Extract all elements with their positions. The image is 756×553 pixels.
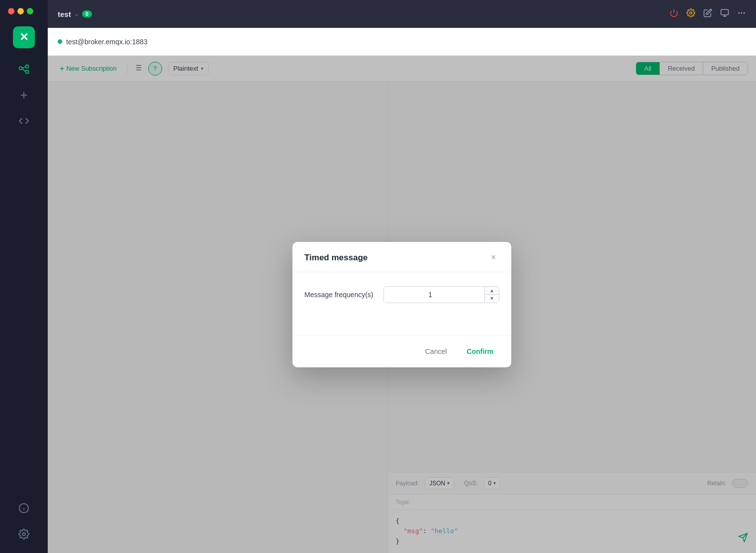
- dialog-close-button[interactable]: ×: [487, 252, 499, 264]
- svg-rect-13: [721, 9, 729, 15]
- connection-tab[interactable]: test ⌄ 0: [58, 10, 92, 18]
- message-badge: 0: [82, 10, 92, 17]
- monitor-icon[interactable]: [720, 8, 729, 20]
- dialog-footer: Cancel Confirm: [292, 335, 511, 367]
- sidebar-item-add[interactable]: [13, 84, 35, 106]
- svg-rect-2: [26, 71, 28, 74]
- chevron-up-icon: ▲: [489, 288, 494, 293]
- chevron-down-icon: ⌄: [74, 10, 79, 17]
- more-icon[interactable]: [737, 8, 746, 20]
- sidebar-item-info[interactable]: [13, 497, 35, 519]
- timed-message-dialog: Timed message × Message frequency(s) ▲ ▼: [292, 242, 511, 367]
- sidebar: ✕: [0, 0, 48, 553]
- fullscreen-traffic-light[interactable]: [27, 8, 33, 14]
- dialog-spacer: [292, 315, 511, 335]
- svg-rect-0: [19, 67, 22, 70]
- connection-bar: test@broker.emqx.io:1883: [48, 28, 756, 56]
- frequency-input[interactable]: [384, 287, 484, 303]
- traffic-lights: [0, 8, 33, 14]
- minimize-traffic-light[interactable]: [17, 8, 24, 14]
- frequency-input-wrap: ▲ ▼: [383, 286, 499, 303]
- confirm-button[interactable]: Confirm: [461, 343, 499, 359]
- connection-address: test@broker.emqx.io:1883: [66, 38, 148, 46]
- sidebar-item-connections[interactable]: [13, 58, 35, 80]
- svg-point-10: [22, 533, 25, 536]
- svg-point-16: [739, 12, 740, 13]
- svg-point-18: [744, 12, 745, 13]
- svg-point-17: [741, 12, 742, 13]
- frequency-label: Message frequency(s): [304, 291, 374, 299]
- close-traffic-light[interactable]: [8, 8, 14, 14]
- connection-status-dot: [58, 39, 62, 44]
- dialog-title: Timed message: [304, 253, 368, 263]
- svg-rect-1: [26, 65, 28, 68]
- svg-line-3: [22, 67, 25, 69]
- main-area: test ⌄ 0: [48, 0, 756, 553]
- cancel-button[interactable]: Cancel: [419, 343, 453, 359]
- connection-tab-name: test: [58, 10, 71, 18]
- dialog-body: Message frequency(s) ▲ ▼: [292, 272, 511, 315]
- sidebar-item-scripts[interactable]: [13, 110, 35, 132]
- edit-icon[interactable]: [703, 8, 712, 20]
- app-logo: ✕: [13, 26, 35, 48]
- dialog-header: Timed message ×: [292, 242, 511, 272]
- spinner-down-button[interactable]: ▼: [485, 295, 499, 303]
- modal-overlay: Timed message × Message frequency(s) ▲ ▼: [48, 56, 756, 553]
- spinner-up-button[interactable]: ▲: [485, 287, 499, 295]
- chevron-down-icon: ▼: [489, 296, 494, 301]
- topbar: test ⌄ 0: [48, 0, 756, 28]
- svg-line-4: [22, 68, 25, 72]
- content-area: + New Subscription ? Plaintext ▾: [48, 56, 756, 553]
- sidebar-item-settings[interactable]: [13, 523, 35, 545]
- topbar-actions: [669, 8, 746, 20]
- spinner-buttons: ▲ ▼: [484, 287, 499, 303]
- power-icon[interactable]: [669, 8, 678, 20]
- svg-point-12: [690, 11, 692, 14]
- settings-icon[interactable]: [686, 8, 695, 20]
